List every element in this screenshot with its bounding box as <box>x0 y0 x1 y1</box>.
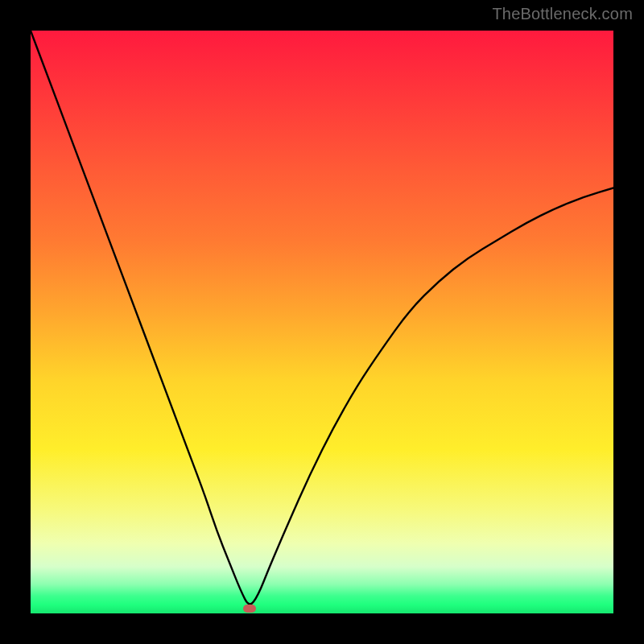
plot-area <box>31 31 613 613</box>
chart-frame: TheBottleneck.com <box>0 0 644 644</box>
optimum-marker <box>243 605 256 613</box>
bottleneck-curve <box>31 31 613 613</box>
watermark-text: TheBottleneck.com <box>492 5 633 23</box>
